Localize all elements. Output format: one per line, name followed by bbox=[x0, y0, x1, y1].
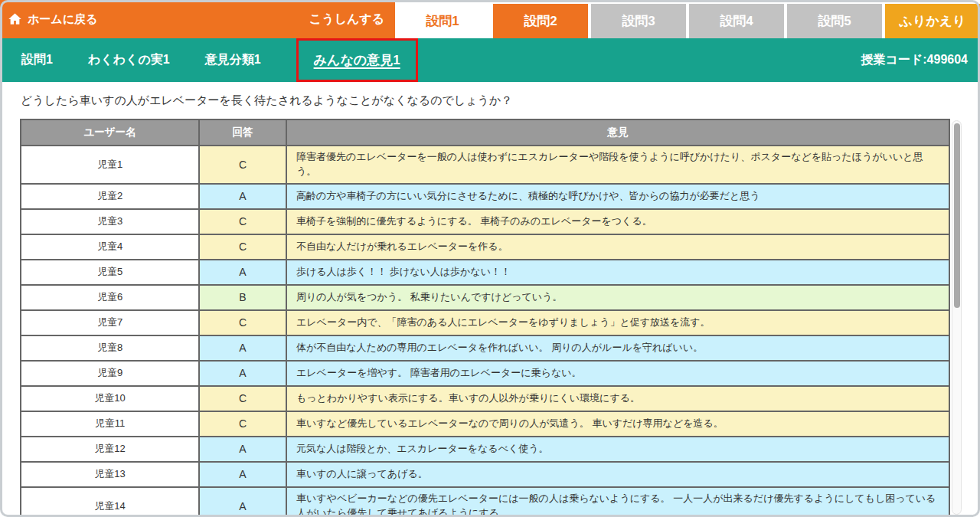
table-row: 児童12A元気な人は階段とか、エスカレーターをなるべく使う。 bbox=[21, 437, 949, 462]
cell-opinion: 高齢の方や車椅子の方にいい気分にさせるために、積極的な呼びかけや、皆からの協力が… bbox=[286, 184, 949, 209]
cell-opinion: 車椅子を強制的に優先するようにする。 車椅子のみのエレベーターをつくる。 bbox=[286, 209, 949, 234]
update-button[interactable]: こうしんする bbox=[309, 11, 384, 28]
cell-answer: A bbox=[199, 260, 286, 285]
cell-opinion: 元気な人は階段とか、エスカレーターをなるべく使う。 bbox=[286, 437, 949, 462]
table-row: 児童7Cエレベーター内で、「障害のある人にエレベーターをゆずりましょう」と促す放… bbox=[21, 310, 949, 335]
cell-answer: C bbox=[199, 146, 286, 184]
cell-username: 児童7 bbox=[21, 310, 199, 335]
table-header-row: ユーザー名 回答 意見 bbox=[21, 119, 949, 146]
table-row: 児童13A車いすの人に譲ってあげる。 bbox=[21, 462, 949, 487]
home-icon bbox=[8, 12, 22, 26]
table-row: 児童2A高齢の方や車椅子の方にいい気分にさせるために、積極的な呼びかけや、皆から… bbox=[21, 184, 949, 209]
cell-opinion: エレベーターを増やす。 障害者用のエレベーターに乗らない。 bbox=[286, 361, 949, 386]
cell-opinion: もっとわかりやすい表示にする。車いすの人以外が乗りにくい環境にする。 bbox=[286, 386, 949, 411]
home-button[interactable]: ホームに戻る bbox=[8, 12, 97, 27]
table-row: 児童8A体が不自由な人ための専用のエレベータを作ればいい。 周りの人がルールを守… bbox=[21, 335, 949, 361]
cell-answer: C bbox=[199, 234, 286, 260]
table-row: 児童14A車いすやベビーカーなどの優先エレベーターには一般の人は乗らないようにす… bbox=[21, 487, 949, 517]
top-bar: ホームに戻る こうしんする 設問1設問2設問3設問4設問5ふりかえり bbox=[0, 0, 980, 38]
tab-4[interactable]: 設問4 bbox=[689, 4, 784, 38]
cell-username: 児童11 bbox=[21, 411, 199, 437]
cell-opinion: エレベーター内で、「障害のある人にエレベーターをゆずりましょう」と促す放送を流す… bbox=[286, 310, 949, 335]
tab-6[interactable]: ふりかえり bbox=[885, 4, 980, 38]
class-code-label: 授業コード:499604 bbox=[861, 52, 968, 68]
cell-username: 児童4 bbox=[21, 234, 199, 260]
cell-opinion: 車いすやベビーカーなどの優先エレベーターには一般の人は乗らないようにする。 一人… bbox=[286, 487, 949, 517]
table-row: 児童6B周りの人が気をつかう。 私乗りたいんですけどっていう。 bbox=[21, 285, 949, 310]
sub-nav-items: 設問1わくわくの実1意見分類1みんなの意見1 bbox=[21, 38, 418, 82]
vertical-scrollbar[interactable] bbox=[952, 120, 962, 515]
header-username: ユーザー名 bbox=[21, 119, 199, 146]
tab-1[interactable]: 設問1 bbox=[395, 4, 490, 38]
tab-5[interactable]: 設問5 bbox=[787, 4, 882, 38]
tab-3[interactable]: 設問3 bbox=[591, 4, 686, 38]
cell-username: 児童13 bbox=[21, 462, 199, 487]
scrollbar-thumb[interactable] bbox=[954, 123, 960, 308]
cell-opinion: 障害者優先のエレベーターを一般の人は使わずにエスカレーターや階段を使うように呼び… bbox=[286, 146, 949, 184]
cell-answer: B bbox=[199, 285, 286, 310]
opinions-table: ユーザー名 回答 意見 児童1C障害者優先のエレベーターを一般の人は使わずにエス… bbox=[20, 119, 950, 517]
cell-answer: C bbox=[199, 386, 286, 411]
cell-username: 児童2 bbox=[21, 184, 199, 209]
table-row: 児童11C車いすなど優先しているエレベーターなので周りの人が気遣う。 車いすだけ… bbox=[21, 411, 949, 437]
header-opinion: 意見 bbox=[286, 119, 949, 146]
cell-username: 児童1 bbox=[21, 146, 199, 184]
cell-username: 児童8 bbox=[21, 335, 199, 361]
cell-username: 児童14 bbox=[21, 487, 199, 517]
cell-username: 児童10 bbox=[21, 386, 199, 411]
cell-opinion: 車いすの人に譲ってあげる。 bbox=[286, 462, 949, 487]
tab-2[interactable]: 設問2 bbox=[493, 4, 588, 38]
question-text: どうしたら車いすの人がエレベーターを長く待たされるようなことがなくなるのでしょう… bbox=[21, 93, 980, 108]
nav-item-1[interactable]: 設問1 bbox=[21, 52, 53, 68]
home-label: ホームに戻る bbox=[28, 12, 97, 27]
cell-answer: A bbox=[199, 184, 286, 209]
cell-opinion: 体が不自由な人ための専用のエレベータを作ればいい。 周りの人がルールを守ればいい… bbox=[286, 335, 949, 361]
table-row: 児童1C障害者優先のエレベーターを一般の人は使わずにエスカレーターや階段を使うよ… bbox=[21, 146, 949, 184]
question-tabs: 設問1設問2設問3設問4設問5ふりかえり bbox=[395, 0, 980, 38]
cell-answer: C bbox=[199, 209, 286, 234]
cell-username: 児童12 bbox=[21, 437, 199, 462]
cell-opinion: 車いすなど優先しているエレベーターなので周りの人が気遣う。 車いすだけ専用などを… bbox=[286, 411, 949, 437]
cell-answer: A bbox=[199, 335, 286, 361]
cell-answer: C bbox=[199, 411, 286, 437]
cell-username: 児童3 bbox=[21, 209, 199, 234]
cell-answer: A bbox=[199, 437, 286, 462]
cell-username: 児童9 bbox=[21, 361, 199, 386]
cell-answer: A bbox=[199, 462, 286, 487]
table-row: 児童5A歩ける人は歩く！！ 歩けない人は歩かない！！ bbox=[21, 260, 949, 285]
table-row: 児童10Cもっとわかりやすい表示にする。車いすの人以外が乗りにくい環境にする。 bbox=[21, 386, 949, 411]
table-row: 児童4C不自由な人だけが乗れるエレベーターを作る。 bbox=[21, 234, 949, 260]
annotation-highlight-box: みんなの意見1 bbox=[296, 38, 418, 82]
cell-opinion: 周りの人が気をつかう。 私乗りたいんですけどっていう。 bbox=[286, 285, 949, 310]
header-answer: 回答 bbox=[199, 119, 286, 146]
cell-opinion: 歩ける人は歩く！！ 歩けない人は歩かない！！ bbox=[286, 260, 949, 285]
nav-item-3[interactable]: 意見分類1 bbox=[205, 52, 261, 68]
nav-item-2[interactable]: わくわくの実1 bbox=[88, 52, 170, 68]
cell-answer: C bbox=[199, 310, 286, 335]
table-row: 児童9Aエレベーターを増やす。 障害者用のエレベーターに乗らない。 bbox=[21, 361, 949, 386]
opinions-table-wrap: ユーザー名 回答 意見 児童1C障害者優先のエレベーターを一般の人は使わずにエス… bbox=[20, 119, 950, 517]
table-row: 児童3C車椅子を強制的に優先するようにする。 車椅子のみのエレベーターをつくる。 bbox=[21, 209, 949, 234]
nav-item-4[interactable]: みんなの意見1 bbox=[314, 51, 400, 69]
cell-username: 児童5 bbox=[21, 260, 199, 285]
cell-username: 児童6 bbox=[21, 285, 199, 310]
cell-answer: A bbox=[199, 361, 286, 386]
cell-opinion: 不自由な人だけが乗れるエレベーターを作る。 bbox=[286, 234, 949, 260]
top-bar-left: ホームに戻る こうしんする bbox=[0, 0, 395, 38]
cell-answer: A bbox=[199, 487, 286, 517]
sub-nav-bar: 設問1わくわくの実1意見分類1みんなの意見1 授業コード:499604 bbox=[0, 38, 980, 82]
